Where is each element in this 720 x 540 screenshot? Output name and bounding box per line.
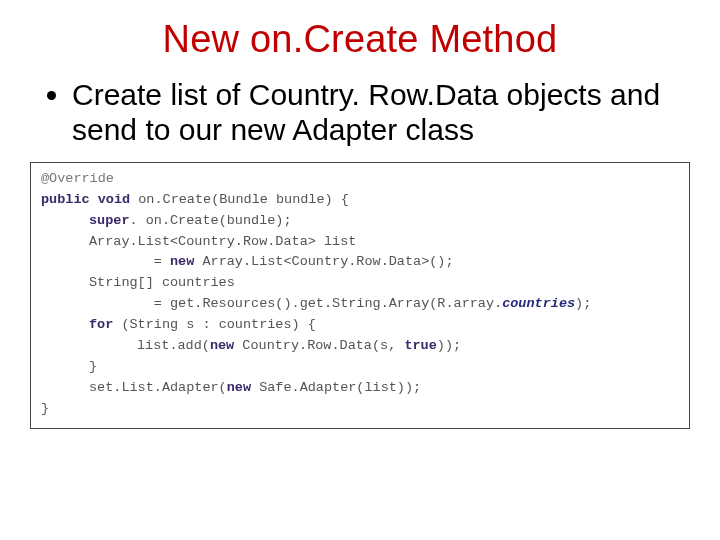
slide-title: New on.Create Method xyxy=(30,18,690,61)
code-emphasis: countries xyxy=(502,296,575,311)
code-keyword: new xyxy=(227,380,251,395)
code-text: Array.List<Country.Row.Data>(); xyxy=(194,254,453,269)
code-text: Array.List<Country.Row.Data> list xyxy=(89,234,356,249)
code-text: (String s : countries) { xyxy=(113,317,316,332)
code-keyword: super xyxy=(89,213,130,228)
code-keyword: new xyxy=(170,254,194,269)
code-text: list.add( xyxy=(137,338,210,353)
code-text: set.List.Adapter( xyxy=(89,380,227,395)
code-text: Safe.Adapter(list)); xyxy=(251,380,421,395)
bullet-item: Create list of Country. Row.Data objects… xyxy=(72,77,690,148)
code-text: on.Create(Bundle bundle) { xyxy=(130,192,349,207)
code-block: @Override public void on.Create(Bundle b… xyxy=(30,162,690,429)
code-text: String[] countries xyxy=(89,275,235,290)
code-text: )); xyxy=(437,338,461,353)
code-keyword: new xyxy=(210,338,234,353)
bullet-list: Create list of Country. Row.Data objects… xyxy=(30,77,690,148)
code-text: . on.Create(bundle); xyxy=(130,213,292,228)
code-keyword: true xyxy=(404,338,436,353)
code-text: = get.Resources().get.String.Array(R.arr… xyxy=(89,296,502,311)
code-keyword: for xyxy=(89,317,113,332)
code-annotation: @Override xyxy=(41,171,114,186)
slide: New on.Create Method Create list of Coun… xyxy=(0,0,720,540)
code-keyword: public void xyxy=(41,192,130,207)
code-text: = xyxy=(89,254,170,269)
code-text: Country.Row.Data(s, xyxy=(234,338,404,353)
code-text: } xyxy=(89,359,97,374)
code-text: ); xyxy=(575,296,591,311)
code-text: } xyxy=(41,401,49,416)
